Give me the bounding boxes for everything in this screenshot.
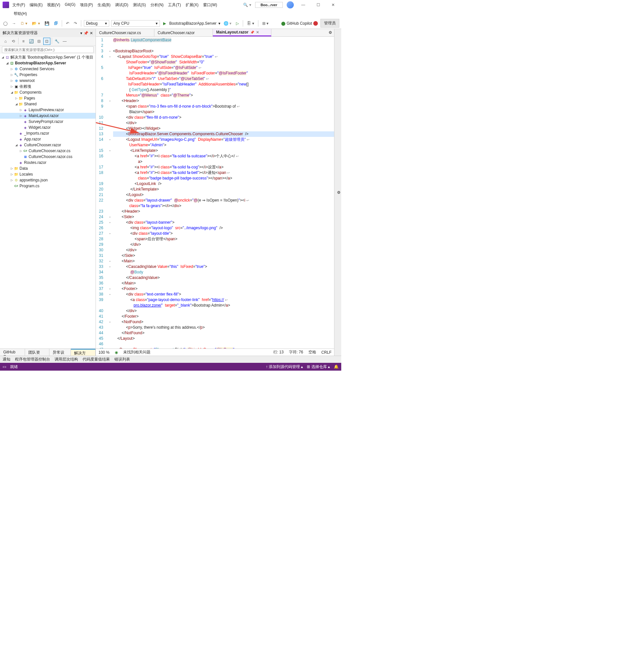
- home-icon[interactable]: ⌂: [2, 38, 9, 45]
- redo-icon[interactable]: ↷: [73, 21, 78, 26]
- menu-item[interactable]: 项目(P): [78, 1, 95, 9]
- tree-item[interactable]: ▷⚙appsettings.json: [0, 177, 96, 183]
- indent-mode[interactable]: 空格: [308, 350, 316, 355]
- menu-item[interactable]: Git(G): [63, 1, 77, 9]
- menu-item[interactable]: 窗口(W): [201, 1, 219, 9]
- tree-item[interactable]: ◈Routes.razor: [0, 160, 96, 165]
- menu-item[interactable]: 分析(N): [149, 1, 166, 9]
- settings-icon[interactable]: ⚙: [336, 188, 341, 197]
- bottom-tab[interactable]: 异常设置: [49, 349, 71, 356]
- show-all-icon[interactable]: ⊡: [43, 38, 50, 45]
- config-select[interactable]: Debug▾: [84, 20, 109, 27]
- save-icon[interactable]: 💾: [43, 21, 51, 26]
- bottom-tab[interactable]: 团队资源...: [25, 349, 50, 356]
- tree-item[interactable]: ◈Widget.razor: [0, 125, 96, 130]
- tree-item[interactable]: ▷📁Locales: [0, 171, 96, 177]
- db-icon[interactable]: 🗄 ▾: [246, 21, 255, 26]
- tree-item[interactable]: ◢📁Components: [0, 89, 96, 95]
- output-tab[interactable]: 程序包管理器控制台: [15, 357, 50, 362]
- start-button[interactable]: ▶: [162, 21, 167, 26]
- preview-icon[interactable]: —: [61, 38, 68, 45]
- tree-item[interactable]: ▷📁Data: [0, 165, 96, 171]
- properties-icon[interactable]: 🔧: [53, 38, 60, 45]
- tree-item[interactable]: ▷🔧Properties: [0, 72, 96, 78]
- collapse-icon[interactable]: ⊟: [35, 38, 43, 45]
- source-control[interactable]: ↑ 添加到源代码管理 ▴: [266, 364, 303, 370]
- tree-item[interactable]: ▷▣依赖项: [0, 83, 96, 89]
- tree-item[interactable]: ▷📁Pages: [0, 95, 96, 101]
- zoom-level[interactable]: 100 %: [99, 350, 109, 355]
- tree-item[interactable]: ▷⊕wwwroot: [0, 78, 96, 83]
- tree-item[interactable]: ◢📁Shared: [0, 101, 96, 107]
- fold-gutter[interactable]: ⌄ ⌄ ⌄ ⌄ ⌄ ⌄ ⌄ ⌄ ⌄ ⌄ ⌄ ⌄ ⌄ ⌄ ⌄: [107, 37, 113, 348]
- menu-item[interactable]: 编辑(E): [28, 1, 45, 9]
- tree-item[interactable]: ▦CultureChooser.razor.css: [0, 154, 96, 160]
- tab-settings-icon[interactable]: ⚙: [327, 29, 334, 36]
- issues-status[interactable]: 未找到相关问题: [123, 350, 151, 355]
- start-target[interactable]: BootstrapBlazorApp.Server: [169, 21, 216, 26]
- user-avatar[interactable]: [287, 1, 294, 8]
- solution-node[interactable]: ◢⊡解决方案 'BootstrapBlazorApp.Server' (1 个项…: [0, 54, 96, 60]
- nav-back-icon[interactable]: ◯: [2, 21, 9, 26]
- project-node[interactable]: ◢⊡BootstrapBlazorApp.Server: [0, 60, 96, 66]
- open-icon[interactable]: 📂 ▾: [30, 21, 41, 26]
- new-file-icon[interactable]: 🗋 ▾: [19, 21, 29, 26]
- menu-item[interactable]: 生成(B): [96, 1, 112, 9]
- menu-item[interactable]: 帮助(H): [12, 10, 29, 18]
- panel-menu-icon[interactable]: ▾: [80, 31, 82, 35]
- tree-item[interactable]: ▷◈LayoutPreview.razor: [0, 107, 96, 113]
- tree-item[interactable]: ◈App.razor: [0, 136, 96, 142]
- output-tab[interactable]: 通知: [3, 357, 10, 362]
- editor-tab[interactable]: MainLayout.razor📌✕: [213, 29, 271, 36]
- browser-icon[interactable]: 🌐 ▾: [222, 21, 233, 26]
- editor-tab[interactable]: CultureChooser.razor: [154, 29, 213, 36]
- sync-icon[interactable]: 🔄: [28, 38, 35, 45]
- cursor-line[interactable]: 行: 13: [273, 350, 284, 355]
- nav-fwd-icon[interactable]: →: [11, 21, 17, 26]
- tree-item[interactable]: C#Program.cs: [0, 183, 96, 189]
- close-icon[interactable]: ✕: [256, 30, 259, 34]
- menu-item[interactable]: 调试(D): [113, 1, 130, 9]
- repo-select[interactable]: ⊞ 选择仓库 ▴: [307, 364, 330, 370]
- pin-icon[interactable]: 📌: [250, 30, 254, 34]
- undo-icon[interactable]: ↶: [65, 21, 71, 26]
- panel-pin-icon[interactable]: 📌: [83, 31, 88, 35]
- notifications-icon[interactable]: 🔔: [334, 364, 339, 369]
- bottom-tab[interactable]: GitHub C...: [0, 349, 25, 356]
- output-tab[interactable]: 错误列表: [114, 357, 130, 362]
- minimize-button[interactable]: —: [298, 1, 309, 9]
- menu-item[interactable]: 工具(T): [166, 1, 183, 9]
- github-copilot[interactable]: ⬤GitHub Copilot: [281, 21, 318, 26]
- output-icon[interactable]: ▭: [3, 364, 6, 369]
- tree-item[interactable]: ▷C#CultureChooser.razor.cs: [0, 148, 96, 154]
- tree-item-selected[interactable]: ▷◈MainLayout.razor: [0, 113, 96, 119]
- bottom-tab[interactable]: 解决方案...: [71, 349, 96, 356]
- tree-item[interactable]: ◈_Imports.razor: [0, 130, 96, 136]
- tree-item[interactable]: ▷⚙Connected Services: [0, 66, 96, 72]
- platform-select[interactable]: Any CPU▾: [111, 20, 160, 27]
- tree-item[interactable]: ◢◈CultureChooser.razor: [0, 142, 96, 148]
- menu-item[interactable]: 视图(V): [45, 1, 62, 9]
- code-editor[interactable]: 1 2 3 4 5 6 7 8 9 10 11 12 13 14 15 16 1…: [96, 37, 334, 348]
- output-tab[interactable]: 调用层次结构: [55, 357, 78, 362]
- cursor-col[interactable]: 字符: 76: [289, 350, 303, 355]
- tree-item[interactable]: ◈SurveyPrompt.razor: [0, 119, 96, 125]
- extensions-icon[interactable]: ⊞ ▾: [261, 21, 270, 26]
- close-button[interactable]: ✕: [328, 1, 339, 9]
- sidebar-bottom-tabs: GitHub C...团队资源...异常设置解决方案...: [0, 348, 96, 356]
- start-no-debug-icon[interactable]: ▷: [235, 21, 240, 26]
- switch-views-icon[interactable]: ⟲: [10, 38, 17, 45]
- output-tab[interactable]: 代码度量值结果: [82, 357, 110, 362]
- search-input[interactable]: [2, 47, 94, 53]
- eol-mode[interactable]: CRLF: [321, 350, 332, 355]
- menu-item[interactable]: 扩展(X): [184, 1, 201, 9]
- code-content[interactable]: @inherits LayoutComponentBase<BootstrapB…: [113, 37, 334, 348]
- save-all-icon[interactable]: 🗐: [53, 21, 59, 26]
- menu-item[interactable]: 测试(S): [131, 1, 148, 9]
- search-icon[interactable]: 🔍 ▾: [243, 3, 251, 7]
- panel-close-icon[interactable]: ✕: [90, 31, 93, 35]
- menu-item[interactable]: 文件(F): [10, 1, 27, 9]
- pending-icon[interactable]: ≡: [20, 38, 27, 45]
- maximize-button[interactable]: ☐: [313, 1, 324, 9]
- editor-tab[interactable]: CultureChooser.razor.cs: [96, 29, 154, 36]
